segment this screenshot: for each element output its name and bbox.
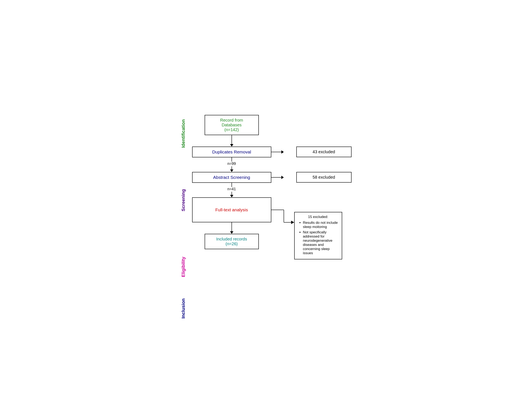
abstract-screening-box: Abstract Screening xyxy=(192,172,271,183)
label-screening: Screening xyxy=(181,163,187,238)
exclusion-title: 15 excluded: xyxy=(298,215,339,219)
duplicates-removal-label: Duplicates Removal xyxy=(212,149,251,154)
duplicates-arrow xyxy=(271,150,284,154)
n41-label: n=41 xyxy=(227,187,236,191)
included-records-box: Included records (n=26) xyxy=(205,234,259,249)
svg-marker-3 xyxy=(291,221,294,224)
label-eligibility: Eligibility xyxy=(181,246,187,288)
abstract-excluded-label: 58 excluded xyxy=(313,175,335,179)
label-identification: Identification xyxy=(181,119,187,148)
exclusion-list: Results do not include sleep moitoring N… xyxy=(298,221,339,255)
full-text-analysis-box: Full-text analysis xyxy=(192,197,271,222)
record-line1: Record from xyxy=(208,118,255,123)
included-records-line2: (n=26) xyxy=(208,241,255,246)
full-text-analysis-label: Full-text analysis xyxy=(215,207,248,212)
abstract-excluded-box: 58 excluded xyxy=(296,172,352,183)
exclusion-item-1: Results do not include sleep moitoring xyxy=(303,221,339,229)
full-text-excluded-box: 15 excluded: Results do not include slee… xyxy=(294,212,342,259)
record-from-databases-box: Record from Databases (n=142) xyxy=(205,115,259,135)
n99-label: n=99 xyxy=(227,162,236,166)
label-inclusion: Inclusion xyxy=(181,292,187,325)
duplicates-excluded-label: 43 excluded xyxy=(313,149,335,154)
record-line2: Databases xyxy=(208,123,255,127)
record-line3: (n=142) xyxy=(208,127,255,132)
duplicates-removal-box: Duplicates Removal xyxy=(192,146,271,157)
exclusion-item-2: Not specifically addressed for neurodege… xyxy=(303,230,339,255)
duplicates-excluded-box: 43 excluded xyxy=(296,146,352,157)
abstract-arrow xyxy=(271,176,284,179)
abstract-screening-label: Abstract Screening xyxy=(213,175,250,180)
included-records-line1: Included records xyxy=(208,237,255,241)
